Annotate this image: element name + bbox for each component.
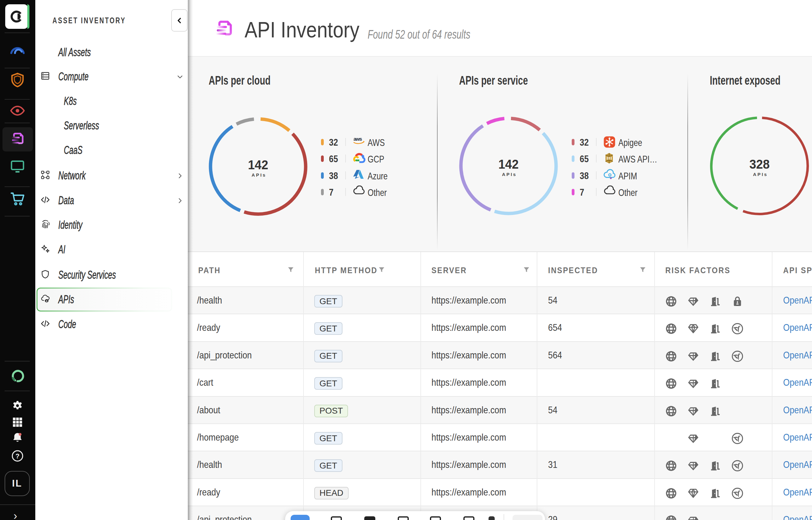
svg-text:?: ? xyxy=(15,452,19,460)
